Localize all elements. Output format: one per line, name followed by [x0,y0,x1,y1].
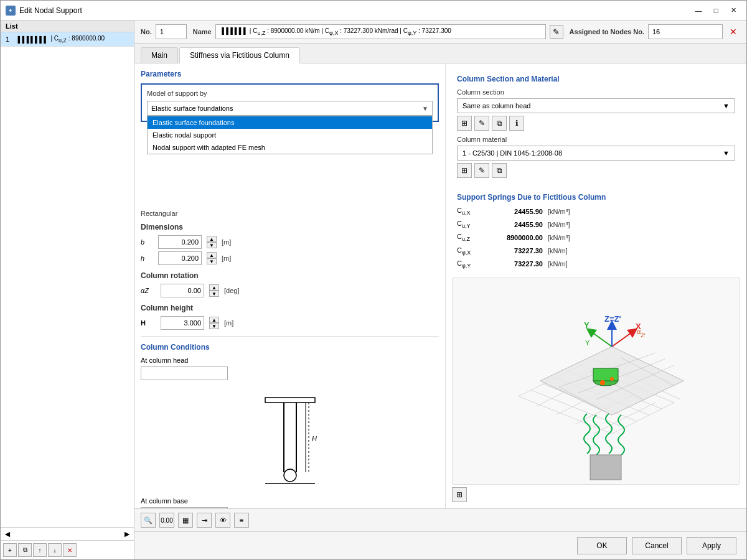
assigned-label: Assigned to Nodes No. [570,28,644,35]
dim-h-input[interactable] [158,251,202,265]
cancel-button[interactable]: Cancel [632,537,682,554]
scroll-left-icon[interactable]: ◄ [3,529,12,539]
material-edit-button[interactable]: ✎ [474,163,489,178]
close-button[interactable]: ✕ [725,4,741,17]
H-up[interactable]: ▲ [209,317,219,323]
model-label: Model of support by [147,90,433,97]
az-down[interactable]: ▼ [209,291,219,297]
at-head-label: At column head [141,357,439,364]
svg-line-33 [590,331,612,347]
column-section-box: Column Section and Material Column secti… [452,70,740,188]
maximize-button[interactable]: □ [708,4,724,17]
material-copy-button[interactable]: ⧉ [492,163,507,178]
spring-row-3: Cφ,X 73227.30 [kN/m] [457,246,735,256]
diagram-3d: Y X Z=Z' αZ' [452,278,740,485]
svg-text:Y: Y [584,320,590,330]
az-up[interactable]: ▲ [209,284,219,291]
dim-h-down[interactable]: ▼ [207,258,217,264]
spring-value-1: 24455.90 [487,221,543,228]
shape-row: Rectangular [141,209,439,218]
tab-main[interactable]: Main [141,47,178,63]
window-icon: ✦ [6,6,16,16]
dim-b-input[interactable] [158,235,202,249]
section-browse-button[interactable]: ⊞ [457,116,472,131]
zoom-button[interactable]: 🔍 [141,513,156,528]
model-box: Model of support by Elastic surface foun… [141,83,439,122]
springs-title: Support Springs Due to Fictitious Column [457,193,735,202]
list-item-icons: ▐▐▐ ▌▌▌▌ [16,36,48,43]
az-spinners: ▲ ▼ [209,284,219,297]
right-content: Column Section and Material Column secti… [446,63,746,508]
col-section-chevron: ▼ [723,102,730,110]
material-browse-button[interactable]: ⊞ [457,163,472,178]
az-input[interactable] [161,284,204,297]
menu-button[interactable]: ≡ [234,513,249,528]
svg-point-31 [600,380,605,385]
assigned-input[interactable] [648,24,723,39]
col-section-dropdown[interactable]: Same as column head ▼ [457,98,735,113]
name-icons: ▐▐▐ ▌▌▌ | Cu,Z : 8900000.00 kN/m | Cφ,X … [220,27,451,36]
no-input[interactable] [156,24,187,39]
col-material-chevron: ▼ [723,149,730,157]
section-info-button[interactable]: ℹ [509,116,524,131]
assigned-group: Assigned to Nodes No. ✕ [570,24,740,39]
spring-label-4: Cφ,Y [457,259,482,269]
view-button[interactable]: 👁 [215,513,230,528]
list-scroll-area[interactable]: 1 ▐▐▐ ▌▌▌▌ | Cu,Z : 8900000.00 [1,32,134,527]
list-header: List [1,21,134,32]
spring-unit-0: [kN/m³] [548,208,570,215]
H-input[interactable] [161,316,204,330]
no-label: No. [141,28,152,35]
H-down[interactable]: ▼ [209,323,219,329]
dropdown-item-ens[interactable]: Elastic nodal support [148,129,432,141]
left-content: Parameters Model of support by Elastic s… [134,63,446,508]
tab-stiffness[interactable]: Stiffness via Fictitious Column [179,47,300,63]
svg-point-5 [284,469,296,482]
dropdown-item-esf[interactable]: Elastic surface foundations [148,116,432,129]
model-dropdown-select[interactable]: Elastic surface foundations ▼ [147,101,433,116]
delete-item-button[interactable]: ✕ [63,543,77,557]
grid-button[interactable]: ▦ [178,513,193,528]
at-head-input[interactable] [141,366,228,380]
tab-bar: Main Stiffness via Fictitious Column [134,44,746,63]
col-material-dropdown[interactable]: 1 - C25/30 | DIN 1045-1:2008-08 ▼ [457,146,735,161]
H-label: H [141,319,156,327]
copy-item-button[interactable]: ⧉ [18,543,32,557]
at-base-label: At column base [141,497,439,505]
move-up-button[interactable]: ↑ [33,543,47,557]
shape-value: Rectangular [141,210,177,217]
name-edit-button[interactable]: ✎ [550,25,563,39]
rotation-section: Column rotation αZ ▲ ▼ [deg] [141,271,439,297]
diagram-svg: Y X Z=Z' αZ' [487,278,705,485]
content-area: Parameters Model of support by Elastic s… [134,63,746,508]
move-down-button[interactable]: ↓ [48,543,62,557]
dim-b-up[interactable]: ▲ [207,236,217,242]
height-title: Column height [141,304,439,312]
assigned-delete-button[interactable]: ✕ [726,25,740,39]
spring-label-0: Cu,X [457,207,482,216]
snap-button[interactable]: ⇥ [197,513,212,528]
diagram-icon-button[interactable]: ⊞ [452,487,467,502]
section-copy-button[interactable]: ⧉ [492,116,507,131]
dim-b-down[interactable]: ▼ [207,242,217,248]
list-item[interactable]: 1 ▐▐▐ ▌▌▌▌ | Cu,Z : 8900000.00 [1,32,134,47]
minimize-button[interactable]: — [690,4,707,17]
coordinate-button[interactable]: 0.00 [159,513,174,528]
dim-h-up[interactable]: ▲ [207,252,217,258]
az-label: αZ [141,287,156,294]
conditions-panel: Column Conditions At column head [141,336,439,508]
section-edit-button[interactable]: ✎ [474,116,489,131]
ok-button[interactable]: OK [577,537,627,554]
scroll-right-icon[interactable]: ► [123,529,131,539]
name-display: ▐▐▐ ▌▌▌ | Cu,Z : 8900000.00 kN/m | Cφ,X … [215,24,546,39]
svg-line-35 [612,331,634,347]
column-diagram-svg: H [253,391,327,491]
model-dropdown-container: Elastic surface foundations ▼ Elastic su… [147,101,433,116]
apply-button[interactable]: Apply [687,537,736,554]
spring-row-2: Cu,Z 8900000.00 [kN/m³] [457,233,735,242]
add-item-button[interactable]: + [3,543,17,557]
dropdown-item-nsa[interactable]: Nodal support with adapted FE mesh [148,141,432,154]
title-bar: ✦ Edit Nodal Support — □ ✕ [1,1,746,21]
col-section-value: Same as column head [463,102,530,110]
name-label: Name [193,28,212,35]
